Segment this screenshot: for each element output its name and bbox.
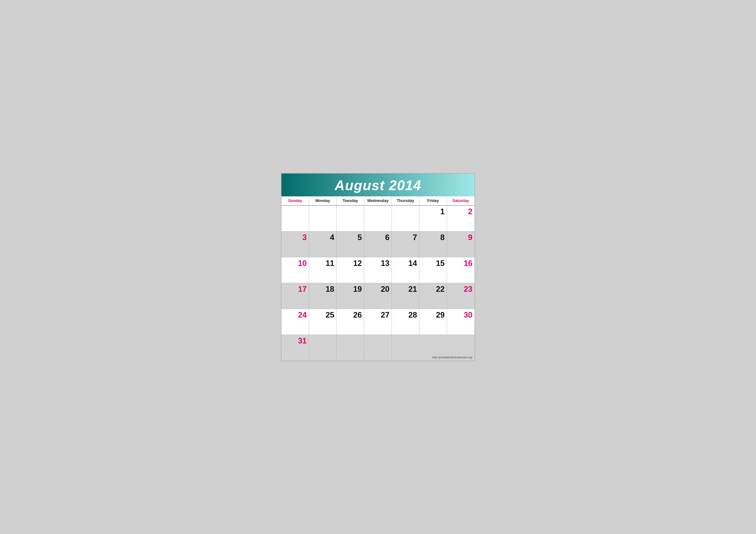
- day-number-22: 22: [421, 285, 445, 293]
- day-number-7: 7: [394, 233, 417, 242]
- calendar-cell-27-4-3: 27: [364, 309, 392, 335]
- day-number-19: 19: [339, 285, 362, 293]
- day-number-26: 26: [339, 311, 362, 319]
- day-number-1: 1: [421, 207, 445, 216]
- calendar-cell-empty-5-3: [364, 335, 392, 361]
- calendar-cell-empty-5-2: [337, 335, 364, 361]
- calendar-cell-empty-0-2: [337, 206, 364, 232]
- calendar-cell-31-5-0: 31: [282, 335, 309, 361]
- day-number-31: 31: [284, 337, 307, 345]
- day-number-13: 13: [366, 259, 390, 267]
- day-number-15: 15: [421, 259, 445, 267]
- day-header-monday: Monday: [309, 196, 337, 205]
- day-number-18: 18: [311, 285, 334, 293]
- footer-url: http://printable2014calendar.org/: [432, 356, 472, 359]
- calendar-cell-10-2-0: 10: [282, 257, 309, 283]
- day-number-17: 17: [284, 285, 307, 293]
- calendar-cell-8-1-5: 8: [419, 232, 447, 257]
- calendar-cell-16-2-6: 16: [447, 257, 474, 283]
- calendar-cell-20-3-3: 20: [364, 283, 392, 309]
- day-header-wednesday: Wednesday: [364, 196, 392, 205]
- calendar-cell-18-3-1: 18: [309, 283, 337, 309]
- calendar-cell-26-4-2: 26: [337, 309, 364, 335]
- calendar-cell-empty-5-6: http://printable2014calendar.org/: [392, 335, 474, 361]
- calendar-cell-empty-0-1: [309, 206, 337, 232]
- day-number-30: 30: [449, 311, 472, 319]
- calendar-cell-2-0-6: 2: [447, 206, 474, 232]
- calendar-cell-12-2-2: 12: [337, 257, 364, 283]
- calendar-cell-empty-0-0: [282, 206, 309, 232]
- day-number-16: 16: [449, 259, 472, 267]
- calendar-title: August 2014: [282, 177, 474, 193]
- calendar-cell-empty-0-4: [392, 206, 419, 232]
- calendar-cell-17-3-0: 17: [282, 283, 309, 309]
- day-number-10: 10: [284, 259, 307, 267]
- calendar: August 2014 SundayMondayTuesdayWednesday…: [281, 173, 475, 361]
- day-number-12: 12: [339, 259, 362, 267]
- day-header-sunday: Sunday: [282, 196, 309, 205]
- calendar-cell-empty-5-1: [309, 335, 337, 361]
- calendar-header: August 2014: [282, 173, 474, 196]
- calendar-cell-6-1-3: 6: [364, 232, 392, 257]
- day-number-21: 21: [394, 285, 417, 293]
- calendar-cell-22-3-5: 22: [419, 283, 447, 309]
- day-number-29: 29: [421, 311, 445, 319]
- calendar-cell-24-4-0: 24: [282, 309, 309, 335]
- calendar-cell-empty-0-3: [364, 206, 392, 232]
- day-number-8: 8: [421, 233, 445, 242]
- calendar-cell-5-1-2: 5: [337, 232, 364, 257]
- calendar-cell-9-1-6: 9: [447, 232, 474, 257]
- day-number-3: 3: [284, 233, 307, 242]
- calendar-cell-4-1-1: 4: [309, 232, 337, 257]
- day-number-24: 24: [284, 311, 307, 319]
- day-number-27: 27: [366, 311, 390, 319]
- calendar-cell-23-3-6: 23: [447, 283, 474, 309]
- day-number-9: 9: [449, 233, 472, 242]
- day-number-25: 25: [311, 311, 334, 319]
- calendar-cell-7-1-4: 7: [392, 232, 419, 257]
- day-number-2: 2: [449, 207, 472, 216]
- day-number-5: 5: [339, 233, 362, 242]
- day-number-6: 6: [366, 233, 390, 242]
- calendar-cell-30-4-6: 30: [447, 309, 474, 335]
- day-header-saturday: Saturday: [447, 196, 474, 205]
- day-header-friday: Friday: [419, 196, 447, 205]
- calendar-cell-25-4-1: 25: [309, 309, 337, 335]
- calendar-cell-15-2-5: 15: [419, 257, 447, 283]
- calendar-cell-21-3-4: 21: [392, 283, 419, 309]
- day-number-20: 20: [366, 285, 390, 293]
- calendar-cell-14-2-4: 14: [392, 257, 419, 283]
- day-number-11: 11: [311, 259, 334, 267]
- day-number-14: 14: [394, 259, 417, 267]
- calendar-cell-3-1-0: 3: [282, 232, 309, 257]
- calendar-cell-11-2-1: 11: [309, 257, 337, 283]
- calendar-cell-28-4-4: 28: [392, 309, 419, 335]
- day-number-23: 23: [449, 285, 472, 293]
- calendar-grid: 1234567891011121314151617181920212223242…: [282, 206, 474, 361]
- calendar-cell-19-3-2: 19: [337, 283, 364, 309]
- calendar-cell-13-2-3: 13: [364, 257, 392, 283]
- day-header-tuesday: Tuesday: [337, 196, 364, 205]
- day-number-28: 28: [394, 311, 417, 319]
- calendar-cell-29-4-5: 29: [419, 309, 447, 335]
- day-number-4: 4: [311, 233, 334, 242]
- day-headers: SundayMondayTuesdayWednesdayThursdayFrid…: [282, 196, 474, 206]
- day-header-thursday: Thursday: [392, 196, 419, 205]
- calendar-cell-1-0-5: 1: [419, 206, 447, 232]
